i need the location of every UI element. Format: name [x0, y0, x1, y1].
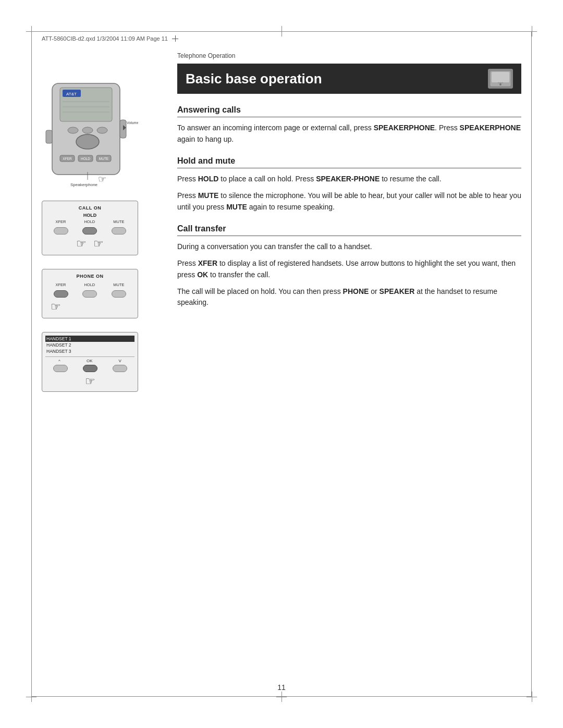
hand-pointer-2: ☞ [46, 300, 133, 314]
button-row-btns [46, 226, 133, 236]
call-on-hold-label: CALL ON [46, 205, 133, 211]
title-bar: Basic base operation [177, 64, 521, 94]
handset3-item: HANDSET 3 [45, 348, 134, 354]
svg-text:HOLD: HOLD [81, 157, 90, 161]
button-row-labels2: XFER HOLD MUTE [46, 281, 133, 289]
right-column: Telephone Operation Basic base operation… [177, 52, 521, 686]
handset1-item: HANDSET 1 [45, 336, 134, 342]
xfer-btn2[interactable] [54, 290, 68, 298]
hand-pointer-3: ☞ [45, 375, 134, 388]
section-label: Telephone Operation [177, 52, 521, 59]
nav-button-row [45, 363, 134, 374]
call-transfer-text3: The call will be placed on hold. You can… [177, 286, 521, 309]
crosshair-top-left [26, 26, 36, 36]
hand-pointer-1: ☞ ☞ [46, 237, 133, 251]
nav-down[interactable]: V [119, 359, 121, 363]
svg-text:AT&T: AT&T [66, 92, 77, 96]
mute-btn2[interactable] [112, 290, 126, 298]
svg-point-9 [97, 127, 107, 133]
svg-point-26 [499, 83, 501, 85]
crosshair-mid-top [276, 26, 287, 36]
mute-btn[interactable] [112, 227, 126, 235]
nav-ok[interactable]: OK [87, 359, 93, 363]
ok-btn[interactable] [83, 365, 97, 372]
svg-text:☞: ☞ [98, 174, 106, 184]
file-info: ATT-5860CIB-d2.qxd 1/3/2004 11:09 AM Pag… [42, 35, 168, 42]
down-btn[interactable] [113, 365, 127, 372]
svg-rect-27 [498, 82, 503, 83]
crosshair-bottom-left [26, 692, 36, 702]
title-icon [488, 69, 513, 89]
button-row-btns2 [46, 289, 133, 299]
crosshair-bottom-right [527, 692, 537, 702]
hold-btn2[interactable] [82, 290, 97, 298]
svg-rect-25 [492, 72, 509, 82]
handset-nav: ^ OK V [45, 356, 134, 363]
svg-rect-14 [46, 130, 52, 143]
svg-text:XFER: XFER [63, 157, 72, 161]
nav-up[interactable]: ^ [58, 359, 60, 363]
xfer-btn[interactable] [54, 227, 68, 235]
svg-text:Volume: Volume [127, 121, 138, 125]
call-transfer-text1: During a conversation you can transfer t… [177, 241, 521, 253]
handset-list-panel: HANDSET 1 HANDSET 2 HANDSET 3 ^ OK V ☞ [42, 332, 138, 392]
left-column: AT&T Volume [42, 52, 162, 686]
svg-text:MUTE: MUTE [99, 157, 109, 161]
hold-mute-text1: Press HOLD to place a call on hold. Pres… [177, 174, 521, 185]
hold-btn[interactable] [82, 227, 97, 235]
phone-base-illustration: AT&T Volume [42, 78, 138, 190]
hold-mute-text2: Press MUTE to silence the microphone. Yo… [177, 190, 521, 213]
page-number: 11 [277, 683, 286, 692]
crosshair-mid-bottom [276, 692, 287, 702]
answering-heading: Answering calls [177, 105, 521, 117]
button-row-labels: XFER HOLD MUTE [46, 218, 133, 226]
svg-point-10 [76, 134, 99, 149]
call-transfer-heading: Call transfer [177, 224, 521, 236]
phone-on-panel: PHONE ON XFER HOLD MUTE ☞ [42, 269, 138, 318]
header-crosshair [172, 35, 178, 42]
hold-sublabel: HOLD [46, 213, 133, 218]
svg-text:Speakerphone: Speakerphone [70, 182, 98, 187]
main-content: AT&T Volume [42, 52, 521, 686]
up-btn[interactable] [53, 365, 68, 372]
answering-text: To answer an incoming intercom page or e… [177, 122, 521, 145]
page-title: Basic base operation [186, 71, 322, 87]
handset2-item: HANDSET 2 [45, 342, 134, 348]
call-on-hold-panel: CALL ON HOLD XFER HOLD MUTE ☞ ☞ [42, 201, 138, 255]
phone-on-label: PHONE ON [46, 274, 133, 279]
hold-mute-heading: Hold and mute [177, 156, 521, 168]
header-strip: ATT-5860CIB-d2.qxd 1/3/2004 11:09 AM Pag… [42, 35, 521, 42]
call-transfer-text2: Press XFER to display a list of register… [177, 258, 521, 280]
svg-point-8 [82, 127, 93, 133]
crosshair-top-right [527, 26, 537, 36]
svg-point-7 [68, 127, 78, 133]
